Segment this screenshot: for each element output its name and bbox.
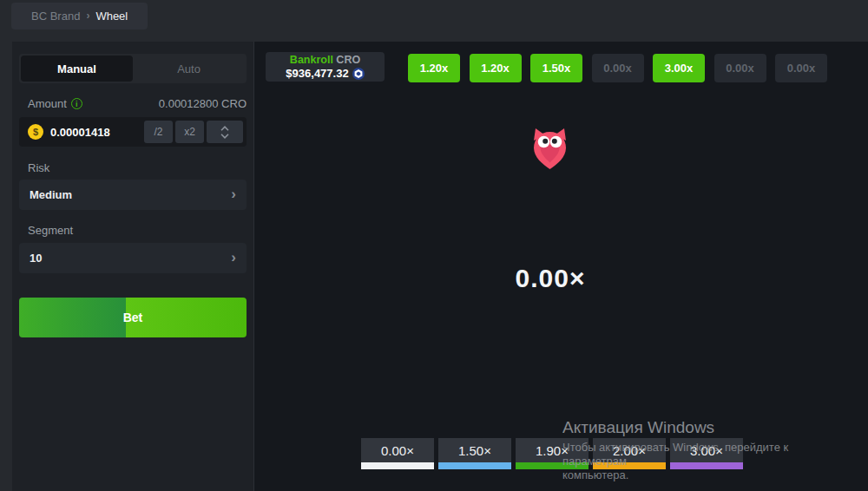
tab-manual[interactable]: Manual	[21, 56, 133, 82]
result-history-row: 1.20x 1.20x 1.50x 0.00x 3.00x 0.00x 0.00…	[408, 54, 827, 82]
legend-cell: 2.00×	[593, 438, 666, 469]
bankroll-currency: CRO	[336, 54, 360, 66]
legend-label: 3.00×	[670, 438, 743, 462]
history-result: 0.00x	[775, 54, 827, 82]
tab-auto[interactable]: Auto	[133, 56, 245, 82]
breadcrumb-current-page: Wheel	[95, 10, 128, 23]
current-multiplier: 0.00×	[254, 264, 846, 293]
amount-header-row: Amount i 0.00012800 CRO	[28, 96, 247, 111]
multiplier-legend: 0.00× 1.50× 1.90× 2.00× 3.00×	[361, 438, 743, 469]
breadcrumb-chevron-icon: ›	[86, 10, 89, 22]
mode-tabs: Manual Auto	[19, 54, 247, 83]
game-container: Manual Auto Amount i 0.00012800 CRO $ 0.…	[12, 42, 868, 491]
legend-cell: 3.00×	[670, 438, 743, 469]
wheel-game-page: BC Brand › Wheel Manual Auto Amount i 0.…	[0, 0, 868, 491]
history-result: 1.20x	[408, 54, 460, 82]
segment-label: Segment	[28, 224, 73, 237]
info-icon[interactable]: i	[71, 98, 82, 109]
history-result: 1.50x	[530, 54, 582, 82]
amount-stepper[interactable]	[207, 121, 243, 143]
breadcrumb-brand-link[interactable]: BC Brand	[31, 10, 80, 23]
legend-color-bar	[670, 462, 743, 469]
legend-color-bar	[516, 462, 589, 469]
bankroll-title: Bankroll	[290, 54, 333, 66]
legend-label: 0.00×	[361, 438, 434, 462]
bet-amount-value[interactable]: 0.00001418	[50, 126, 110, 139]
risk-label: Risk	[28, 161, 49, 174]
amount-label: Amount	[28, 97, 67, 110]
legend-cell: 1.90×	[516, 438, 589, 469]
history-result: 3.00x	[653, 54, 705, 82]
segment-selected-value: 10	[30, 252, 42, 265]
bet-button[interactable]: Bet	[19, 298, 247, 337]
history-result: 0.00x	[592, 54, 644, 82]
history-result: 1.20x	[470, 54, 522, 82]
segment-select[interactable]: 10 ›	[19, 243, 247, 273]
chevron-right-icon: ›	[231, 187, 236, 201]
legend-color-bar	[438, 462, 511, 469]
bet-amount-input[interactable]: $ 0.00001418 /2 x2	[19, 117, 247, 147]
bankroll-amount: $936,477.32	[286, 67, 348, 80]
game-stage: Bankroll CRO $936,477.32 1.20x 1.20x 1.5…	[253, 42, 868, 491]
currency-coin-icon: $	[28, 124, 43, 140]
bankroll-badge: Bankroll CRO $936,477.32	[266, 52, 385, 82]
risk-selected-value: Medium	[30, 188, 72, 201]
chevron-right-icon: ›	[231, 250, 236, 265]
wallet-balance: 0.00012800 CRO	[159, 97, 247, 110]
legend-label: 1.50×	[438, 438, 511, 462]
legend-cell: 0.00×	[361, 438, 434, 469]
history-result: 0.00x	[714, 54, 766, 82]
legend-label: 2.00×	[593, 438, 666, 462]
half-bet-button[interactable]: /2	[144, 121, 173, 143]
cro-coin-icon	[352, 68, 365, 80]
breadcrumb: BC Brand › Wheel	[11, 3, 148, 29]
owl-mascot-icon	[530, 128, 569, 173]
risk-select[interactable]: Medium ›	[19, 180, 247, 210]
legend-label: 1.90×	[516, 438, 589, 462]
legend-cell: 1.50×	[438, 438, 511, 469]
legend-color-bar	[593, 462, 666, 469]
legend-color-bar	[361, 462, 434, 469]
stepper-up-down-icon	[220, 125, 229, 140]
bet-controls-sidebar: Manual Auto Amount i 0.00012800 CRO $ 0.…	[12, 42, 253, 491]
double-bet-button[interactable]: x2	[175, 121, 204, 143]
